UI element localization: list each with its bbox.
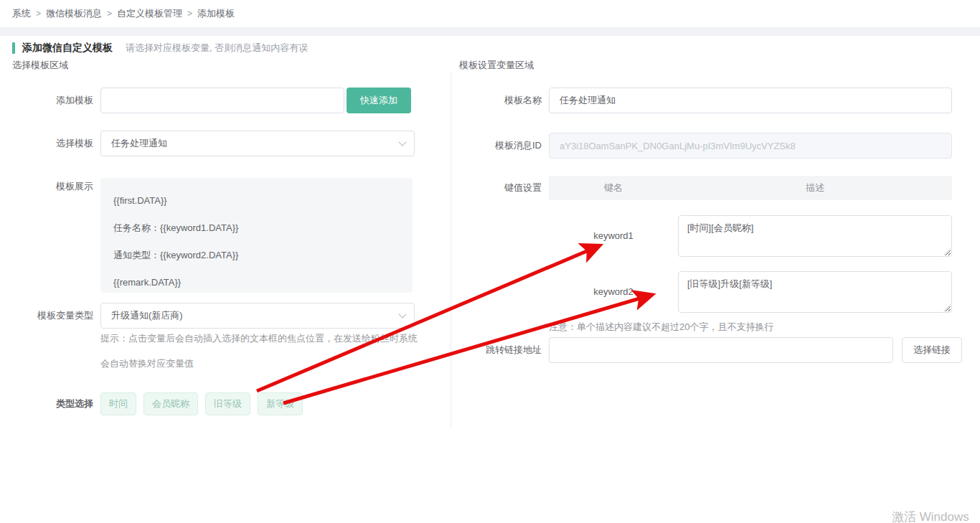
select-template-dropdown[interactable]: 任务处理通知 <box>100 131 415 156</box>
type-chip-new-level[interactable]: 新等级 <box>258 392 303 415</box>
keyword2-desc-textarea[interactable]: [旧等级]升级[新等级] <box>678 271 952 313</box>
jump-link-input[interactable] <box>549 337 893 363</box>
page-title: 添加微信自定义模板 <box>22 42 113 55</box>
type-chip-old-level[interactable]: 旧等级 <box>205 392 250 415</box>
breadcrumb-separator: > <box>107 9 112 19</box>
breadcrumb-item-wechat-template-message[interactable]: 微信模板消息 <box>46 7 102 20</box>
key-value-table-header: 键名 描述 <box>549 176 952 200</box>
template-name-label: 模板名称 <box>459 88 542 113</box>
variable-type-dropdown[interactable]: 升级通知(新店商) <box>100 303 415 329</box>
template-preview-line: 通知类型：{{keyword2.DATA}} <box>113 242 400 269</box>
chevron-down-icon <box>398 310 406 318</box>
tip-text-line1: 提示：点击变量后会自动插入选择的文本框的焦点位置，在发送给粉丝时系统 <box>100 332 418 345</box>
page: 系统 > 微信模板消息 > 自定义模板管理 > 添加模板 添加微信自定义模板 请… <box>0 0 980 523</box>
select-template-label: 选择模板 <box>12 131 93 156</box>
select-template-value: 任务处理通知 <box>111 137 167 150</box>
desc-column-header: 描述 <box>678 182 952 194</box>
type-select-label: 类型选择 <box>12 392 93 415</box>
key-column-header: 键名 <box>549 182 678 194</box>
add-template-input[interactable] <box>100 88 344 113</box>
title-accent-bar <box>12 42 15 54</box>
divider-band <box>0 27 980 36</box>
tip-text-line2: 会自动替换对应变量值 <box>100 357 194 370</box>
right-section-title: 模板设置变量区域 <box>459 59 534 72</box>
add-template-label: 添加模板 <box>12 88 93 113</box>
template-preview-line: {{remark.DATA}} <box>113 269 400 296</box>
breadcrumb-separator: > <box>36 9 41 19</box>
page-title-row: 添加微信自定义模板 请选择对应模板变量, 否则消息通知内容有误 <box>12 42 308 55</box>
variable-type-value: 升级通知(新店商) <box>111 309 183 322</box>
breadcrumb: 系统 > 微信模板消息 > 自定义模板管理 > 添加模板 <box>12 0 235 27</box>
column-divider <box>451 72 451 427</box>
left-section-title: 选择模板区域 <box>12 59 68 72</box>
template-preview-line: 任务名称：{{keyword1.DATA}} <box>113 215 400 242</box>
template-preview-line: {{first.DATA}} <box>113 187 400 215</box>
template-msg-id-label: 模板消息ID <box>459 133 542 159</box>
page-title-hint: 请选择对应模板变量, 否则消息通知内容有误 <box>126 42 308 55</box>
key-value-note: 注意：单个描述内容建议不超过20个字，且不支持换行 <box>549 321 773 334</box>
quick-add-button[interactable]: 快速添加 <box>347 88 411 113</box>
keyword1-desc-textarea[interactable]: [时间][会员昵称] <box>678 215 952 257</box>
chevron-down-icon <box>398 138 406 146</box>
key-value-label: 键值设置 <box>459 176 542 200</box>
template-preview-box: {{first.DATA}} 任务名称：{{keyword1.DATA}} 通知… <box>100 178 413 293</box>
breadcrumb-item-custom-template-manage[interactable]: 自定义模板管理 <box>117 7 182 20</box>
breadcrumb-item-system[interactable]: 系统 <box>12 7 31 20</box>
type-chip-member-nickname[interactable]: 会员昵称 <box>143 392 198 415</box>
breadcrumb-separator: > <box>187 9 192 19</box>
template-msg-id-input <box>549 133 952 159</box>
variable-type-label: 模板变量类型 <box>12 303 93 329</box>
key-name-keyword1: keyword1 <box>549 215 678 257</box>
type-chip-time[interactable]: 时间 <box>100 392 136 415</box>
template-preview-label: 模板展示 <box>12 179 93 194</box>
template-name-input[interactable] <box>549 88 952 113</box>
type-chip-group: 时间 会员昵称 旧等级 新等级 <box>100 392 310 415</box>
breadcrumb-bar: 系统 > 微信模板消息 > 自定义模板管理 > 添加模板 <box>0 0 980 27</box>
windows-activation-watermark: 激活 Windows <box>892 509 969 523</box>
key-name-keyword2: keyword2 <box>549 271 678 313</box>
breadcrumb-item-add-template: 添加模板 <box>197 7 235 20</box>
select-link-button[interactable]: 选择链接 <box>902 337 962 363</box>
jump-link-label: 跳转链接地址 <box>459 337 542 363</box>
